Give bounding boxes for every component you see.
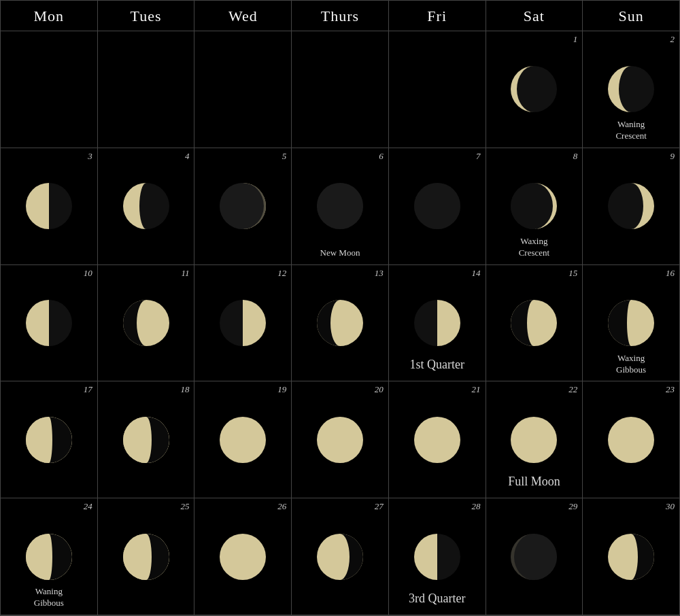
day-number: 5 [282,151,287,162]
calendar-cell: 20 [292,381,389,498]
header-day: Sun [583,1,680,31]
header-day: Fri [389,1,486,31]
moon-phase-icon [119,530,173,584]
svg-point-43 [414,417,460,463]
moon-phase-icon [410,296,464,350]
day-number: 12 [277,268,286,279]
calendar-grid: 12WaningCrescent3456New Moon78WaxingCres… [1,31,680,616]
header-day: Sat [486,1,583,31]
moon-phase-icon [119,413,173,467]
moon-phase-icon [313,413,367,467]
day-number: 17 [84,384,92,395]
calendar-cell: 13 [292,265,389,382]
moon-phase-icon [604,530,658,584]
day-number: 3 [88,151,92,162]
svg-point-41 [317,417,363,463]
moon-phase-icon [604,179,658,233]
calendar-cell [194,31,292,148]
day-number: 7 [476,151,481,162]
moon-phase-label: Full Moon [486,474,583,490]
moon-phase-icon [507,413,561,467]
moon-phase-icon [313,530,367,584]
calendar-cell [1,31,98,148]
day-number: 18 [180,384,189,395]
moon-phase-icon [507,296,561,350]
calendar-cell: 141st Quarter [389,265,486,382]
calendar-cell: 19 [194,381,292,498]
moon-phase-icon [216,530,270,584]
calendar-cell: 4 [98,148,195,265]
calendar-cell: 2WaningCrescent [583,31,680,148]
day-number: 11 [181,268,189,279]
day-number: 1 [573,34,578,45]
calendar-cell: 283rd Quarter [389,498,486,615]
moon-phase-label: 1st Quarter [389,357,486,373]
day-number: 13 [375,268,384,279]
calendar-cell [292,31,389,148]
day-number: 15 [568,268,577,279]
calendar-cell [98,31,195,148]
calendar-cell: 27 [292,498,389,615]
day-number: 8 [573,151,578,162]
moon-phase-icon [507,530,561,584]
calendar-cell: 17 [1,381,98,498]
calendar-cell: 11 [98,265,195,382]
moon-phase-icon [410,413,464,467]
svg-point-45 [511,417,557,463]
calendar-cell: 7 [389,148,486,265]
moon-phase-icon [22,296,76,350]
moon-phase-icon [22,413,76,467]
moon-phase-icon [410,179,464,233]
calendar-cell: 8WaxingCrescent [486,148,583,265]
day-number: 14 [472,268,481,279]
calendar-cell: 30 [583,498,680,615]
header-day: Tues [98,1,195,31]
moon-phase-label: 3rd Quarter [389,591,486,606]
day-number: 9 [670,151,675,162]
day-number: 22 [568,384,577,395]
calendar-cell: 10 [1,265,98,382]
svg-point-47 [608,417,654,463]
day-number: 25 [180,501,189,512]
moon-phase-icon [313,179,367,233]
moon-phase-label: New Moon [292,247,388,259]
moon-phase-icon [604,296,658,350]
day-number: 29 [568,501,577,512]
svg-point-55 [220,534,266,580]
calendar-cell [389,31,486,148]
calendar-cell: 21 [389,381,486,498]
moon-phase-label: WaxingCrescent [486,236,583,259]
moon-calendar: MonTuesWedThursFriSatSun 12WaningCrescen… [0,0,680,616]
day-number: 23 [666,384,675,395]
moon-phase-icon [604,62,658,116]
calendar-cell: 6New Moon [292,148,389,265]
moon-phase-label: WaningCrescent [583,119,679,142]
svg-point-11 [414,183,460,229]
day-number: 27 [375,501,384,512]
day-number: 10 [84,268,92,279]
calendar-cell: 5 [194,148,292,265]
day-number: 21 [472,384,481,395]
calendar-cell: 26 [194,498,292,615]
moon-phase-icon [604,413,658,467]
moon-phase-icon [507,179,561,233]
calendar-cell: 23 [583,381,680,498]
calendar-cell: 22Full Moon [486,381,583,498]
svg-point-9 [317,183,363,229]
day-number: 26 [277,501,286,512]
calendar-cell: 15 [486,265,583,382]
calendar-cell: 3 [1,148,98,265]
header-day: Wed [194,1,292,31]
moon-phase-icon [216,413,270,467]
calendar-cell: 12 [194,265,292,382]
day-number: 2 [670,34,675,45]
svg-point-39 [220,417,266,463]
day-number: 16 [666,268,675,279]
calendar-cell: 1 [486,31,583,148]
day-number: 19 [277,384,286,395]
calendar-cell: 18 [98,381,195,498]
calendar-cell: 16WaxingGibbous [583,265,680,382]
calendar-cell: 24WaningGibbous [1,498,98,615]
moon-phase-icon [410,530,464,584]
moon-phase-icon [216,296,270,350]
